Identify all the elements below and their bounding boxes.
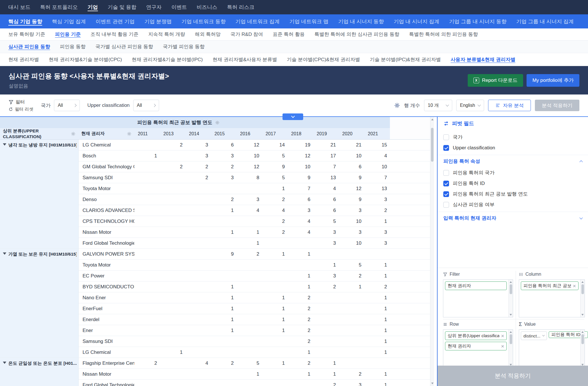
nav-sub-item-10[interactable]: 기업 그룹 내 시너지 집계 [511,18,579,25]
nav-criteria-item-0[interactable]: 보유 특허량 기준 [3,31,50,38]
scroll-up-icon[interactable] [581,281,584,283]
pivot-field-top-1[interactable]: Upper classification [438,142,588,153]
checkbox[interactable] [443,134,449,140]
nav-main-item-3[interactable]: 기술 및 융합 [103,4,141,11]
scroll-up-icon[interactable] [510,331,512,333]
nav-main-item-6[interactable]: 비즈니스 [192,4,222,11]
remove-tag-icon[interactable]: × [501,343,504,349]
nav-criteria-item-2[interactable]: 조직 내부적 활용 기준 [86,31,143,38]
group-cell-2[interactable]: 온도 균일성 또는 온도 분포 [H01... [0,358,78,386]
panel-section-0[interactable]: 피인용 특허 속성 [438,155,588,167]
apply-analysis-button[interactable]: 분석 적용하기 [535,100,579,111]
nav-sub-item-0[interactable]: 핵심 기업 동향 [3,18,47,25]
row-zone-box[interactable]: 상위 분류(Upper classificati...×현재 권리자× [443,329,513,367]
nav-trend-item-3[interactable]: 국가별 피인용 동향 [158,43,209,50]
nav-view-item-5[interactable]: 기술 분야별(IPC)&현재 권리자별 [365,56,446,63]
nav-sub-item-3[interactable]: 기업 분쟁맵 [140,18,177,25]
nav-main-item-4[interactable]: 연구자 [141,4,167,11]
checkbox[interactable] [443,202,449,208]
zone-scrollbar[interactable] [508,280,513,317]
remove-tag-icon[interactable]: × [573,283,576,289]
zone-scrollbar[interactable] [580,330,585,367]
nav-trend-item-0[interactable]: 심사관 피인용 동향 [3,43,55,50]
scroll-up-icon[interactable] [510,281,512,283]
nav-sub-item-6[interactable]: 기업 네트워크 맵 [285,18,333,25]
pivot-field-sec0-3[interactable]: 심사관 피인용 여부 [438,199,588,210]
scroll-thumb[interactable] [510,284,512,294]
pivot-field-sec0-1[interactable]: 피인용 특허 ID [438,178,588,189]
gear-icon[interactable] [71,132,76,136]
scroll-thumb[interactable] [431,128,434,162]
free-analysis-button[interactable]: 자유 분석 [488,100,531,111]
zone-scrollbar[interactable] [508,330,513,367]
checkbox[interactable] [443,145,449,151]
report-download-button[interactable]: X Report 다운로드 [468,74,523,87]
add-to-portfolio-button[interactable]: My portfolio에 추가 [527,74,579,87]
nav-criteria-item-3[interactable]: 지속적 특허 개량 [143,31,190,38]
zone-tag[interactable]: 현재 권리자× [445,342,507,350]
panel-section-1[interactable]: 입력 특허의 현재 권리자 [438,212,588,224]
collapse-triangle-icon[interactable] [3,362,6,364]
nav-view-item-0[interactable]: 현재 권리자별 [3,56,44,63]
collapse-triangle-icon[interactable] [3,143,6,146]
nav-sub-item-8[interactable]: 기업 내 시너지 집계 [389,18,444,25]
scroll-thumb[interactable] [581,334,584,344]
nav-criteria-item-8[interactable]: 특별한 특허에 의한 피인용 동향 [404,31,483,38]
scroll-down-icon[interactable] [510,314,512,316]
value-zone-box[interactable]: distinct... 피인용 특허 ID× [519,329,585,367]
nav-criteria-item-5[interactable]: 국가 R&D 참여 [226,31,268,38]
checkbox[interactable] [443,181,449,186]
pivot-field-sec0-0[interactable]: 피인용 특허의 국가 [438,167,588,178]
nav-main-item-7[interactable]: 특허 리스크 [222,4,259,11]
country-select[interactable]: All [54,100,80,111]
gear-icon[interactable] [127,132,131,136]
checkbox[interactable] [443,191,449,197]
nav-view-item-1[interactable]: 현재 권리자별&기술 분야별(CPC) [44,56,127,63]
filter-reset-button[interactable]: 필터 리셋 [9,107,33,112]
nav-sub-item-1[interactable]: 핵심 기업 집계 [47,18,91,25]
pivot-field-top-0[interactable]: 국가 [438,132,588,142]
zone-scrollbar[interactable] [580,280,585,317]
nav-trend-item-2[interactable]: 국가별 심사관 피인용 동향 [90,43,158,50]
nav-criteria-item-1[interactable]: 피인용 기준 [50,31,86,38]
nav-criteria-item-6[interactable]: 표준 특허 활용 [268,31,310,38]
nav-main-item-2[interactable]: 기업 [83,4,103,11]
nav-criteria-item-4[interactable]: 해외 특허망 [190,31,226,38]
group-cell-1[interactable]: 가열 또는 보온 유지 [H01M10/615] [0,249,78,358]
apply-analysis-footer-button[interactable]: 분석 적용하기 [438,366,588,386]
filter-toggle[interactable]: 필터 [9,99,33,105]
nav-view-item-6[interactable]: 사용자 분류별&현재 권리자별 [446,56,520,63]
collapse-triangle-icon[interactable] [3,252,6,255]
scroll-up-icon[interactable] [581,331,584,333]
row-count-gear-icon[interactable] [394,103,400,108]
pivot-field-sec0-2[interactable]: 피인용 특허의 최근 공보 발행 연도 [438,189,588,199]
scroll-thumb[interactable] [581,284,584,294]
nav-sub-item-5[interactable]: 기업 네트워크 집계 [231,18,285,25]
zone-tag[interactable]: 상위 분류(Upper classificati...× [445,331,507,340]
nav-sub-item-2[interactable]: 이벤트 관련 기업 [91,18,140,25]
nav-main-item-0[interactable]: 대시 보드 [3,4,35,11]
nav-view-item-4[interactable]: 기술 분야별(CPC)&현재 권리자별 [282,56,365,63]
upper-classification-select[interactable]: All [133,100,159,111]
checkbox[interactable] [443,170,449,176]
nav-view-item-3[interactable]: 현재 권리자별&사용자 분류별 [208,56,282,63]
gear-icon[interactable] [215,120,220,125]
collapse-header-button[interactable] [283,113,303,120]
remove-tag-icon[interactable]: × [501,333,504,339]
row-count-select[interactable]: 10 개 [424,100,452,111]
zone-tag[interactable]: 피인용 특허의 최근 공보 발행 ...× [521,281,579,290]
nav-criteria-item-7[interactable]: 특별한 특허에 의한 심사관 피인용 동향 [310,31,404,38]
nav-main-item-1[interactable]: 특허 포트폴리오 [35,4,83,11]
nav-trend-item-1[interactable]: 피인용 동향 [55,43,90,50]
scroll-down-icon[interactable] [431,383,434,384]
nav-sub-item-9[interactable]: 기업 그룹 내 시너지 동향 [444,18,511,25]
nav-sub-item-7[interactable]: 기업 내 시너지 동향 [333,18,389,25]
filter-zone-box[interactable]: 현재 권리자 [443,279,513,317]
table-scrollbar[interactable] [430,117,434,386]
scroll-down-icon[interactable] [581,314,584,316]
scroll-thumb[interactable] [510,334,512,344]
column-zone-box[interactable]: 피인용 특허의 최근 공보 발행 ...× [519,279,585,317]
nav-sub-item-4[interactable]: 기업 네트워크 동향 [177,18,231,25]
aggregation-select[interactable]: distinct... [521,331,547,340]
nav-main-item-5[interactable]: 이벤트 [167,4,192,11]
